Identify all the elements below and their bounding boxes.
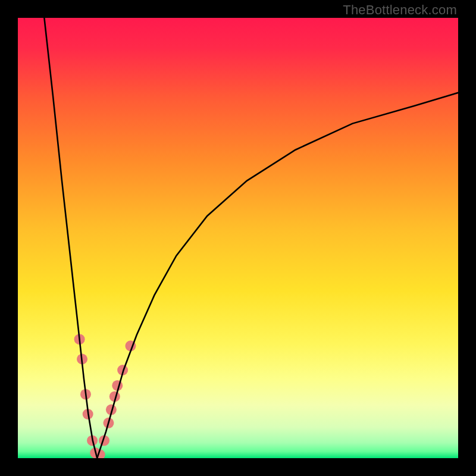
chart-frame: TheBottleneck.com xyxy=(0,0,476,476)
chart-curves xyxy=(18,18,458,458)
watermark-text: TheBottleneck.com xyxy=(343,2,457,18)
marker-layer xyxy=(74,334,136,458)
plot-area xyxy=(18,18,458,458)
curve-right-branch xyxy=(97,93,458,458)
